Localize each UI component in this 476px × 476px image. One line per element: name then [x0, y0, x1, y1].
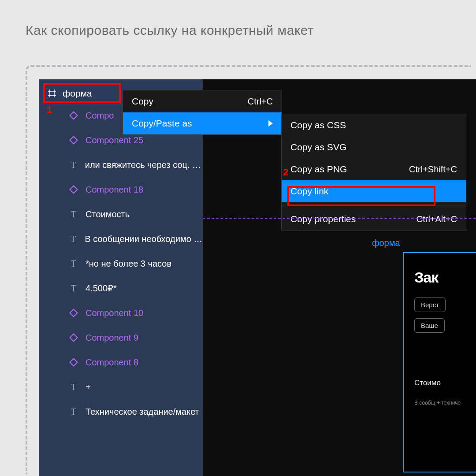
- layer-row[interactable]: T4.500₽*: [39, 276, 203, 301]
- layer-row[interactable]: Component 8: [39, 350, 203, 375]
- layers-panel: форма CompoComponent 25Tили свяжитесь че…: [39, 79, 203, 476]
- layer-label: 4.500₽*: [86, 283, 117, 294]
- layer-label: Compo: [86, 111, 114, 121]
- menu-item-label: Copy properties: [290, 214, 356, 224]
- layer-row[interactable]: T+: [39, 375, 203, 399]
- canvas-frame-name[interactable]: форма: [372, 238, 400, 248]
- component-icon: [68, 186, 79, 193]
- menu-item[interactable]: Copy propertiesCtrl+Alt+C: [282, 208, 466, 230]
- menu-item-label: Copy as CSS: [290, 120, 346, 130]
- component-icon: [68, 112, 79, 119]
- menu-shortcut: Ctrl+C: [248, 97, 273, 107]
- menu-item-label: Copy as PNG: [290, 164, 347, 175]
- text-icon: T: [68, 160, 79, 170]
- layer-row[interactable]: Component 9: [39, 325, 203, 350]
- layer-row[interactable]: Component 10: [39, 301, 203, 325]
- canvas-input-1[interactable]: Верст: [414, 298, 446, 312]
- menu-item[interactable]: Copy as CSS: [282, 114, 466, 136]
- text-icon: T: [68, 382, 79, 392]
- layer-label: Component 18: [86, 185, 143, 195]
- layer-row[interactable]: Tили свяжитесь через соц. се...: [39, 152, 203, 177]
- text-icon: T: [68, 283, 79, 294]
- layer-label: Component 8: [86, 357, 138, 368]
- text-icon: T: [68, 234, 78, 244]
- menu-shortcut: Ctrl+Shift+C: [409, 164, 457, 175]
- layer-label: +: [86, 382, 91, 392]
- layer-row[interactable]: TВ сообщении необходимо пр...: [39, 227, 203, 251]
- layer-label: Component 25: [86, 135, 143, 145]
- text-icon: T: [68, 259, 79, 269]
- page-title: Как скопировать ссылку на конкретный мак…: [26, 23, 314, 38]
- layer-label: В сообщении необходимо пр...: [85, 234, 203, 244]
- canvas-guide-line: [203, 218, 476, 219]
- submenu-arrow-icon: [268, 120, 273, 126]
- annotation-highlight-2: [287, 186, 435, 206]
- text-icon: T: [68, 209, 79, 219]
- annotation-number-2: 2: [283, 167, 288, 178]
- menu-item[interactable]: CopyCtrl+C: [123, 90, 282, 112]
- canvas-input-2[interactable]: Ваше: [414, 318, 445, 333]
- layer-row[interactable]: TТехническое задание/макет: [39, 399, 203, 424]
- layer-row[interactable]: T*но не более 3 часов: [39, 251, 203, 276]
- menu-item-label: Copy as SVG: [290, 142, 346, 152]
- layer-row[interactable]: Component 18: [39, 177, 203, 202]
- context-menu-copy-paste-as: Copy as CSSCopy as SVGCopy as PNGCtrl+Sh…: [281, 114, 466, 231]
- layer-row[interactable]: TСтоимость: [39, 202, 203, 227]
- layer-label: Component 10: [86, 308, 143, 318]
- figma-screenshot: форма CompoComponent 25Tили свяжитесь че…: [39, 79, 476, 476]
- layer-label: *но не более 3 часов: [86, 259, 171, 269]
- menu-item[interactable]: Copy as PNGCtrl+Shift+C: [282, 158, 466, 180]
- context-menu-primary: CopyCtrl+CCopy/Paste as: [123, 90, 282, 135]
- canvas-small-text: В сообщ + техниче: [414, 399, 476, 407]
- layer-label: или свяжитесь через соц. се...: [85, 160, 203, 170]
- component-icon: [68, 359, 79, 365]
- component-icon: [68, 335, 79, 341]
- layer-label: Component 9: [86, 333, 138, 343]
- menu-item[interactable]: Copy/Paste as: [123, 112, 282, 134]
- menu-item-label: Copy: [132, 96, 153, 107]
- canvas-heading: Зак: [414, 269, 476, 286]
- text-icon: T: [68, 407, 79, 417]
- annotation-number-1: 1: [47, 104, 52, 115]
- layer-label: Стоимость: [86, 209, 130, 219]
- component-icon: [68, 137, 79, 143]
- canvas-frame[interactable]: Зак Верст Ваше Стоимо В сообщ + техниче: [403, 252, 476, 472]
- annotation-highlight-1: [43, 83, 121, 103]
- menu-shortcut: Ctrl+Alt+C: [416, 214, 457, 224]
- component-icon: [68, 310, 79, 316]
- menu-item[interactable]: Copy as SVG: [282, 136, 466, 158]
- canvas-subheading: Стоимо: [414, 379, 476, 387]
- layer-label: Техническое задание/макет: [86, 407, 199, 417]
- menu-item-label: Copy/Paste as: [132, 118, 192, 129]
